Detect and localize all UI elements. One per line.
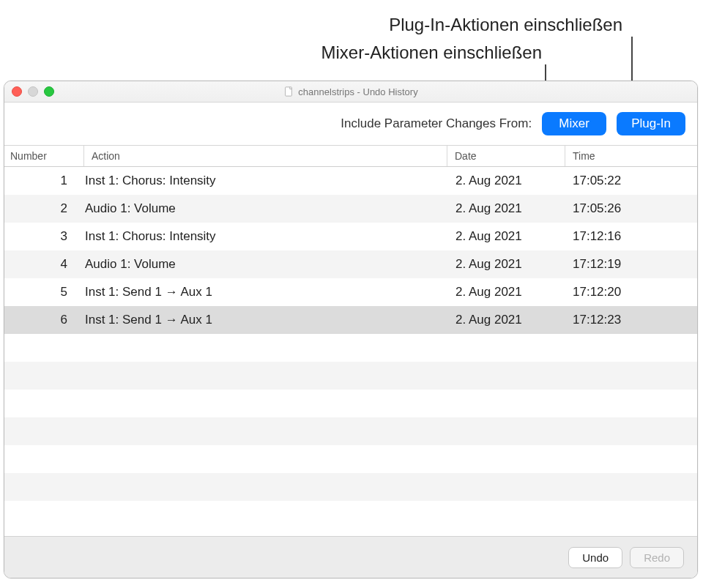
- cell-number: 4: [4, 257, 78, 272]
- table-row: [4, 334, 697, 362]
- toolbar-label: Include Parameter Changes From:: [341, 116, 532, 131]
- cell-date: 2. Aug 2021: [448, 174, 565, 188]
- header-time[interactable]: Time: [565, 150, 595, 162]
- document-icon: [283, 86, 294, 97]
- cell-date: 2. Aug 2021: [448, 201, 565, 216]
- zoom-icon[interactable]: [44, 86, 54, 97]
- undo-history-window: channelstrips - Undo History Include Par…: [4, 81, 698, 578]
- table-header: Number Action Date Time: [4, 146, 697, 167]
- close-icon[interactable]: [12, 86, 22, 97]
- cell-date: 2. Aug 2021: [448, 313, 565, 327]
- toolbar: Include Parameter Changes From: Mixer Pl…: [4, 103, 697, 146]
- cell-action: Audio 1: Volume: [78, 257, 448, 272]
- cell-date: 2. Aug 2021: [448, 229, 565, 244]
- cell-action: Inst 1: Chorus: Intensity: [78, 174, 448, 188]
- cell-number: 2: [4, 201, 78, 216]
- cell-time: 17:12:19: [565, 257, 697, 272]
- header-number[interactable]: Number: [4, 150, 83, 162]
- cell-time: 17:05:22: [565, 174, 697, 188]
- cell-number: 5: [4, 285, 78, 299]
- minimize-icon[interactable]: [28, 86, 38, 97]
- cell-action: Inst 1: Chorus: Intensity: [78, 229, 448, 244]
- table-row: [4, 417, 697, 445]
- svg-rect-0: [286, 87, 292, 96]
- titlebar[interactable]: channelstrips - Undo History: [4, 81, 697, 103]
- include-mixer-button[interactable]: Mixer: [542, 112, 606, 135]
- cell-time: 17:12:16: [565, 229, 697, 244]
- cell-number: 1: [4, 174, 78, 188]
- table-row[interactable]: 2Audio 1: Volume2. Aug 202117:05:26: [4, 195, 697, 223]
- cell-time: 17:05:26: [565, 201, 697, 216]
- window-title: channelstrips - Undo History: [298, 86, 417, 97]
- footer: Undo Redo: [4, 536, 697, 578]
- cell-number: 3: [4, 229, 78, 244]
- cell-date: 2. Aug 2021: [448, 285, 565, 299]
- cell-time: 17:12:20: [565, 285, 697, 299]
- history-table: Number Action Date Time 1Inst 1: Chorus:…: [4, 146, 697, 540]
- redo-button[interactable]: Redo: [630, 547, 684, 568]
- table-row[interactable]: 5Inst 1: Send 1 → Aux 12. Aug 202117:12:…: [4, 278, 697, 306]
- cell-date: 2. Aug 2021: [448, 257, 565, 272]
- table-row: [4, 445, 697, 473]
- callout-mixer: Mixer-Aktionen einschließen: [321, 42, 542, 63]
- traffic-lights: [12, 86, 54, 97]
- include-plugin-button[interactable]: Plug-In: [617, 112, 685, 135]
- cell-action: Inst 1: Send 1 → Aux 1: [78, 313, 448, 327]
- table-row[interactable]: 3Inst 1: Chorus: Intensity2. Aug 202117:…: [4, 223, 697, 250]
- table-row[interactable]: 4Audio 1: Volume2. Aug 202117:12:19: [4, 250, 697, 278]
- table-row: [4, 390, 697, 417]
- callout-plugin: Plug-In-Aktionen einschließen: [389, 15, 622, 35]
- header-action[interactable]: Action: [84, 150, 120, 162]
- table-row: [4, 473, 697, 501]
- undo-button[interactable]: Undo: [568, 547, 622, 568]
- cell-action: Inst 1: Send 1 → Aux 1: [78, 285, 448, 299]
- header-date[interactable]: Date: [447, 150, 477, 162]
- table-row[interactable]: 1Inst 1: Chorus: Intensity2. Aug 202117:…: [4, 167, 697, 195]
- table-row: [4, 362, 697, 390]
- cell-time: 17:12:23: [565, 313, 697, 327]
- cell-number: 6: [4, 313, 78, 327]
- table-row[interactable]: 6Inst 1: Send 1 → Aux 12. Aug 202117:12:…: [4, 306, 697, 334]
- table-row: [4, 501, 697, 529]
- cell-action: Audio 1: Volume: [78, 201, 448, 216]
